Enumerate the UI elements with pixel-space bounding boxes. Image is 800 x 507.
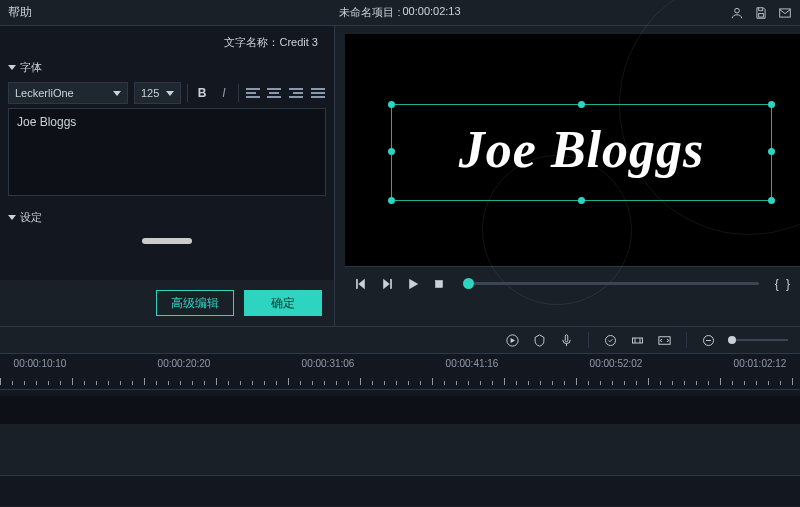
voiceover-icon[interactable]: [559, 333, 574, 348]
timeline-toolbar: [0, 326, 800, 354]
menu-help[interactable]: 帮助: [8, 4, 32, 21]
svg-rect-4: [391, 279, 392, 288]
resize-handle[interactable]: [578, 197, 585, 204]
chevron-down-icon: [166, 91, 174, 96]
record-icon[interactable]: [505, 333, 520, 348]
time-label: 00:00:10:10: [14, 358, 67, 369]
timeline-track[interactable]: [0, 396, 800, 424]
zoom-slider[interactable]: [728, 339, 788, 341]
settings-section-header[interactable]: 设定: [8, 207, 326, 228]
timeline: 00:00:10:1000:00:20:2000:00:31:0600:00:4…: [0, 354, 800, 506]
time-label: 00:01:02:12: [734, 358, 787, 369]
time-label: 00:00:52:02: [590, 358, 643, 369]
expand-icon[interactable]: [657, 333, 672, 348]
project-title: 未命名项目 :: [339, 5, 400, 20]
chevron-down-icon: [8, 65, 16, 70]
adjust-icon[interactable]: [630, 333, 645, 348]
time-label: 00:00:20:20: [158, 358, 211, 369]
time-label: 00:00:31:06: [302, 358, 355, 369]
timeline-tracks[interactable]: [0, 396, 800, 476]
next-frame-button[interactable]: [379, 276, 395, 292]
font-section-header[interactable]: 字体: [8, 57, 326, 78]
italic-button[interactable]: I: [216, 84, 232, 102]
font-size-select[interactable]: 125: [134, 82, 181, 104]
resize-handle[interactable]: [388, 101, 395, 108]
resize-handle[interactable]: [768, 101, 775, 108]
ok-button[interactable]: 确定: [244, 290, 322, 316]
svg-rect-7: [565, 334, 568, 341]
preview-panel: Joe Bloggs { }: [335, 26, 800, 326]
marker-icon[interactable]: [532, 333, 547, 348]
resize-handle[interactable]: [768, 197, 775, 204]
stop-button[interactable]: [431, 276, 447, 292]
zoom-thumb[interactable]: [728, 336, 736, 344]
panel-scrollbar[interactable]: [142, 238, 192, 244]
settings-section-label: 设定: [20, 210, 42, 225]
time-label: 00:00:41:16: [446, 358, 499, 369]
bracket-indicator: { }: [775, 277, 792, 291]
play-button[interactable]: [405, 276, 421, 292]
text-content-input[interactable]: [8, 108, 326, 196]
align-justify-button[interactable]: [310, 84, 326, 102]
font-size-value: 125: [141, 87, 159, 99]
font-family-select[interactable]: LeckerliOne: [8, 82, 128, 104]
align-left-button[interactable]: [245, 84, 261, 102]
bold-button[interactable]: B: [194, 84, 210, 102]
prev-frame-button[interactable]: [353, 276, 369, 292]
svg-rect-3: [356, 279, 357, 288]
project-timecode: 00:00:02:13: [403, 5, 461, 20]
resize-handle[interactable]: [388, 197, 395, 204]
font-section-label: 字体: [20, 60, 42, 75]
text-editor-panel: 文字名称：Credit 3 字体 LeckerliOne 125: [0, 26, 335, 326]
link-icon[interactable]: [603, 333, 618, 348]
chevron-down-icon: [8, 215, 16, 220]
text-name-value: Credit 3: [279, 36, 318, 48]
time-ruler[interactable]: 00:00:10:1000:00:20:2000:00:31:0600:00:4…: [0, 354, 800, 390]
seek-bar[interactable]: [463, 282, 759, 285]
svg-rect-5: [436, 280, 443, 287]
font-family-value: LeckerliOne: [15, 87, 74, 99]
seek-thumb[interactable]: [463, 278, 474, 289]
zoom-out-button[interactable]: [701, 333, 716, 348]
resize-handle[interactable]: [578, 101, 585, 108]
chevron-down-icon: [113, 91, 121, 96]
preview-text: Joe Bloggs: [392, 120, 771, 179]
align-center-button[interactable]: [267, 84, 283, 102]
text-selection-box[interactable]: Joe Bloggs: [391, 104, 772, 201]
svg-rect-9: [633, 338, 643, 343]
align-right-button[interactable]: [288, 84, 304, 102]
preview-canvas[interactable]: Joe Bloggs: [345, 34, 800, 266]
advanced-edit-button[interactable]: 高级编辑: [156, 290, 234, 316]
text-name-label: 文字名称：: [224, 36, 279, 48]
